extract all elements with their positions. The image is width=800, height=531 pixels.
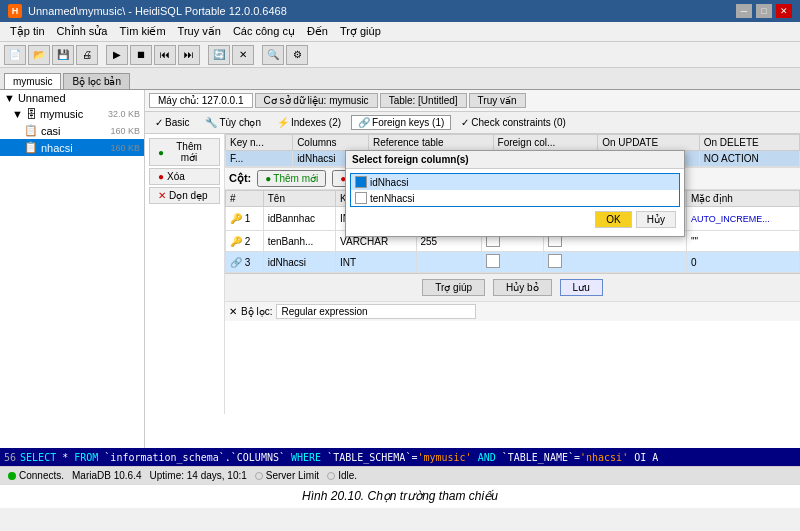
server-tab-2[interactable]: Table: [Untitled] [380, 93, 467, 108]
tab-indexes[interactable]: ⚡ Indexes (2) [271, 116, 347, 129]
tree-root[interactable]: ▼ Unnamed [0, 90, 144, 106]
tab-filter[interactable]: Bộ lọc bản [63, 73, 130, 89]
popup-item-0[interactable]: idNhacsi [351, 174, 679, 190]
maximize-button[interactable]: □ [756, 4, 772, 18]
col-default-1: "" [687, 231, 800, 252]
tab-foreign-keys[interactable]: 🔗 Foreign keys (1) [351, 115, 451, 130]
tb-cancel-btn[interactable]: ✕ [232, 45, 254, 65]
popup-cb-0[interactable] [355, 176, 367, 188]
delete-label: Xóa [167, 171, 185, 182]
tab-basic[interactable]: ✓ Basic [149, 116, 195, 129]
tb-play-btn[interactable]: ▶ [106, 45, 128, 65]
window-controls[interactable]: ─ □ ✕ [736, 4, 792, 18]
db-icon: 🗄 [26, 108, 37, 120]
menu-edit[interactable]: Chỉnh sửa [51, 23, 114, 40]
idle-label: Idle. [338, 470, 357, 481]
main-tab-bar: mymusic Bộ lọc bản [0, 68, 800, 90]
popup-buttons: OK Hủy [350, 207, 680, 232]
tb-save-btn[interactable]: 💾 [52, 45, 74, 65]
tree-root-label: Unnamed [18, 92, 66, 104]
tb-next-btn[interactable]: ⏭ [178, 45, 200, 65]
add-icon: ● [158, 147, 164, 158]
connected-label: Connects. [19, 470, 64, 481]
server-limit-label: Server Limit [266, 470, 319, 481]
delete-button[interactable]: ● Xóa [149, 168, 220, 185]
tab-fk-label: Foreign keys (1) [372, 117, 444, 128]
tb-refresh-btn[interactable]: 🔄 [208, 45, 230, 65]
db-collapse-icon: ▼ [12, 108, 23, 120]
add-button[interactable]: ● Thêm mới [149, 138, 220, 166]
col-num-2: 🔗 3 [226, 252, 264, 273]
status-bar: Connects. MariaDB 10.6.4 Uptime: 14 days… [0, 466, 800, 484]
filter-close-icon[interactable]: ✕ [229, 306, 237, 317]
tab-check[interactable]: ✓ Check constraints (0) [455, 116, 571, 129]
uptime-label: Uptime: 14 days, 10:1 [150, 470, 247, 481]
col-name-0: idBannhac [263, 207, 335, 231]
left-actions: ● Thêm mới ● Xóa ✕ Dọn dẹp [145, 134, 224, 208]
page-caption: Hình 20.10. Chọn trường tham chiếu [0, 484, 800, 508]
status-db: MariaDB 10.6.4 [72, 470, 141, 481]
cancel-btn[interactable]: Hủy bỏ [493, 279, 552, 296]
col-add-icon: ● [265, 173, 271, 184]
table-casi-size: 160 KB [110, 126, 140, 136]
col-row-2[interactable]: 🔗 3 idNhacsi INT 0 [226, 252, 800, 273]
filter-label: Bộ lọc: [241, 306, 272, 317]
popup-cb-1[interactable] [355, 192, 367, 204]
clean-label: Dọn dẹp [169, 190, 208, 201]
status-uptime: Uptime: 14 days, 10:1 [150, 470, 247, 481]
popup-item-1[interactable]: tenNhacsi [351, 190, 679, 206]
menu-query[interactable]: Truy vấn [172, 23, 227, 40]
fk-col-foreign: Foreign col... [493, 135, 598, 151]
popup-ok-btn[interactable]: OK [595, 211, 631, 228]
help-btn[interactable]: Trợ giúp [422, 279, 485, 296]
sql-bar: 56 SELECT * FROM `information_schema`.`C… [0, 448, 800, 466]
unsigned-cb-2[interactable] [486, 254, 500, 268]
server-tab-3[interactable]: Truy vấn [469, 93, 526, 108]
menu-goto[interactable]: Đến [301, 23, 334, 40]
app-icon: H [8, 4, 22, 18]
tb-new-btn[interactable]: 📄 [4, 45, 26, 65]
menu-search[interactable]: Tìm kiếm [114, 23, 172, 40]
menu-tools[interactable]: Các công cụ [227, 23, 301, 40]
filter-bar: ✕ Bộ lọc: [225, 301, 800, 321]
menu-help[interactable]: Trợ giúp [334, 23, 387, 40]
col-zerofill-2 [543, 252, 686, 273]
tb-stop-btn[interactable]: ⏹ [130, 45, 152, 65]
fk-col-key: Key n... [226, 135, 293, 151]
fk-col-columns: Columns [293, 135, 369, 151]
popup-dialog: Select foreign column(s) idNhacsi tenNha… [345, 150, 685, 237]
tb-prev-btn[interactable]: ⏮ [154, 45, 176, 65]
check-icon: ✓ [461, 117, 469, 128]
tb-search-btn[interactable]: 🔍 [262, 45, 284, 65]
save-btn[interactable]: Lưu [560, 279, 603, 296]
db-label: MariaDB 10.6.4 [72, 470, 141, 481]
server-tab-1[interactable]: Cơ sở dữ liệu: mymusic [255, 93, 378, 108]
basic-icon: ✓ [155, 117, 163, 128]
filter-input[interactable] [276, 304, 476, 319]
clean-button[interactable]: ✕ Dọn dẹp [149, 187, 220, 204]
col-h-name: Tên [263, 191, 335, 207]
popup-cancel-btn[interactable]: Hủy [636, 211, 676, 228]
feature-tabs: ✓ Basic 🔧 Tùy chọn ⚡ Indexes (2) 🔗 Forei… [145, 112, 800, 134]
tb-open-btn[interactable]: 📂 [28, 45, 50, 65]
sql-line-num: 56 [4, 452, 16, 463]
zerofill-cb-2[interactable] [548, 254, 562, 268]
col-add-btn[interactable]: ● Thêm mới [257, 170, 326, 187]
server-tab-0[interactable]: Máy chủ: 127.0.0.1 [149, 93, 253, 108]
tree-mymusic[interactable]: ▼ 🗄 mymusic 32.0 KB [0, 106, 144, 122]
server-limit-dot [255, 472, 263, 480]
tb-settings-btn[interactable]: ⚙ [286, 45, 308, 65]
tb-print-btn[interactable]: 🖨 [76, 45, 98, 65]
tree-casi[interactable]: 📋 casi 160 KB [0, 122, 144, 139]
tree-nhacsi[interactable]: 📋 nhacsi 160 KB [0, 139, 144, 156]
minimize-button[interactable]: ─ [736, 4, 752, 18]
tab-options[interactable]: 🔧 Tùy chọn [199, 116, 267, 129]
table-nhacsi-size: 160 KB [110, 143, 140, 153]
popup-content: idNhacsi tenNhacsi OK Hủy [346, 169, 684, 236]
window-title: Unnamed\mymusic\ - HeidiSQL Portable 12.… [28, 5, 736, 17]
tab-indexes-label: Indexes (2) [291, 117, 341, 128]
menu-file[interactable]: Tập tin [4, 23, 51, 40]
left-panel: ● Thêm mới ● Xóa ✕ Dọn dẹp [145, 134, 225, 414]
tab-mymusic[interactable]: mymusic [4, 73, 61, 89]
close-button[interactable]: ✕ [776, 4, 792, 18]
